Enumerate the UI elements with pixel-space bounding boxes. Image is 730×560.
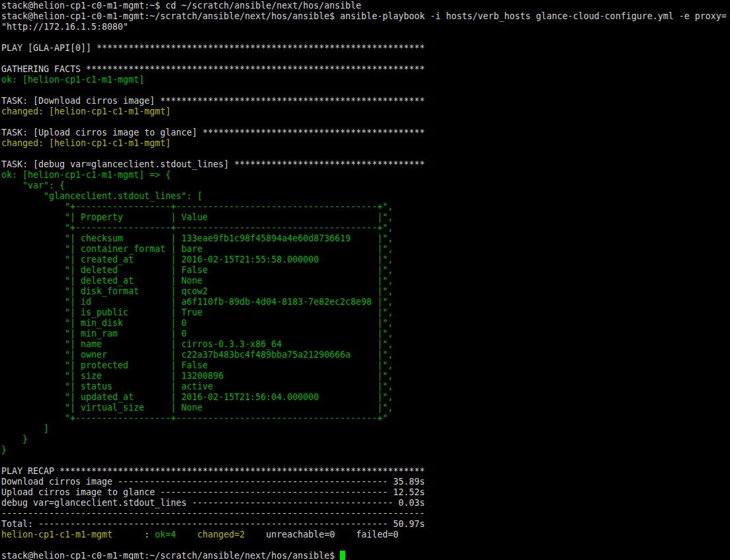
terminal-line: "+------------------+-------------------…: [1, 202, 730, 212]
text-segment: ----------------------------------------…: [1, 508, 425, 518]
text-segment: PLAY [GLA-API[0]] **********************…: [1, 43, 425, 53]
terminal-line: "| status | active |",: [1, 381, 730, 392]
text-segment: "http://172.16.1.5:8080": [1, 22, 128, 32]
terminal-line: "| owner | c22a37b483bc4f489bba75a212906…: [1, 350, 730, 360]
terminal-line: "| name | cirros-0.3.3-x86_64 |",: [1, 339, 730, 350]
text-segment: "| updated_at | 2016-02-15T21:56:04.0000…: [1, 392, 393, 402]
terminal-line: "| Property | Value |",: [1, 212, 730, 223]
terminal-line: }: [1, 445, 730, 456]
terminal-line: "| deleted | False |",: [1, 265, 730, 276]
terminal-line: "| is_public | True |",: [1, 307, 730, 318]
terminal-line: PLAY [GLA-API[0]] **********************…: [1, 43, 730, 54]
text-segment: Download cirros image ------------------…: [1, 477, 425, 487]
terminal-line: [1, 456, 730, 466]
terminal-line: "http://172.16.1.5:8080": [1, 22, 730, 32]
text-segment: helion-cp1-c1-m1-mgmt: [1, 530, 112, 540]
terminal-line: "| checksum | 133eae9fb1c98f45894a4e60d8…: [1, 233, 730, 244]
text-segment: "| min_ram | 0 |",: [1, 329, 393, 339]
terminal-line: "var": {: [1, 180, 730, 191]
text-segment: debug var=glanceclient.stdout_lines ----…: [1, 498, 425, 508]
terminal[interactable]: stack@helion-cp1-c0-m1-mgmt:~$ cd ~/scra…: [0, 0, 730, 560]
text-segment: ok=4: [155, 530, 176, 540]
terminal-line: ok: [helion-cp1-c1-m1-mgmt]: [1, 75, 730, 85]
text-segment: PLAY RECAP *****************************…: [1, 466, 425, 476]
terminal-line: [1, 85, 730, 96]
text-segment: "| protected | False |",: [1, 360, 393, 370]
terminal-cursor: [340, 551, 345, 560]
terminal-line: GATHERING FACTS ************************…: [1, 64, 730, 75]
text-segment: "| owner | c22a37b483bc4f489bba75a212906…: [1, 350, 393, 360]
text-segment: "+------------------+-------------------…: [1, 223, 393, 233]
text-segment: "| is_public | True |",: [1, 307, 393, 317]
text-segment: }: [1, 434, 28, 444]
terminal-line: debug var=glanceclient.stdout_lines ----…: [1, 498, 730, 508]
terminal-line: "| container_format | bare |",: [1, 244, 730, 255]
terminal-line: [1, 54, 730, 64]
terminal-line: "| min_ram | 0 |",: [1, 329, 730, 339]
text-segment: unreachable=0 failed=0: [245, 530, 398, 540]
terminal-line: "| id | a6f110fb-89db-4d04-8183-7e82ec2c…: [1, 297, 730, 307]
terminal-line: "| min_disk | 0 |",: [1, 318, 730, 329]
text-segment: "| name | cirros-0.3.3-x86_64 |",: [1, 339, 393, 349]
terminal-line: stack@helion-cp1-c0-m1-mgmt:~$ cd ~/scra…: [1, 1, 730, 11]
text-segment: "| size | 13200896 |",: [1, 371, 393, 381]
terminal-line: }: [1, 434, 730, 445]
text-segment: changed: [helion-cp1-c1-m1-mgmt]: [1, 106, 171, 116]
terminal-line: "| deleted_at | None |",: [1, 276, 730, 286]
text-segment: changed: [helion-cp1-c1-m1-mgmt]: [1, 138, 171, 148]
text-segment: "+------------------+-------------------…: [1, 413, 387, 423]
terminal-line: [1, 117, 730, 128]
terminal-line: "+------------------+-------------------…: [1, 223, 730, 233]
text-segment: GATHERING FACTS ************************…: [1, 64, 425, 74]
text-segment: ]: [1, 424, 49, 434]
text-segment: ok: [helion-cp1-c1-m1-mgmt]: [1, 75, 144, 85]
text-segment: "| created_at | 2016-02-15T21:55:58.0000…: [1, 255, 393, 264]
terminal-line: [1, 149, 730, 159]
text-segment: "| Property | Value |",: [1, 212, 393, 222]
text-segment: ok: [helion-cp1-c1-m1-mgmt] => {: [1, 170, 171, 180]
terminal-line: "| created_at | 2016-02-15T21:55:58.0000…: [1, 255, 730, 265]
text-segment: Upload cirros image to glance ----------…: [1, 487, 425, 497]
terminal-line: "| virtual_size | None |",: [1, 403, 730, 413]
text-segment: }: [1, 445, 7, 455]
terminal-line: ]: [1, 424, 730, 434]
text-segment: "| deleted | False |",: [1, 265, 393, 275]
text-segment: changed=2: [197, 530, 245, 540]
text-segment: TASK: [Upload cirros image to glance] **…: [1, 128, 425, 138]
terminal-line: Total: ---------------------------------…: [1, 519, 730, 530]
text-segment: "| status | active |",: [1, 381, 393, 391]
text-segment: "var": {: [1, 180, 65, 190]
terminal-line: "| disk_format | qcow2 |",: [1, 286, 730, 297]
terminal-line: "| size | 13200896 |",: [1, 371, 730, 381]
text-segment: "| container_format | bare |",: [1, 244, 393, 254]
text-segment: stack@helion-cp1-c0-m1-mgmt:~/scratch/an…: [1, 551, 340, 560]
text-segment: stack@helion-cp1-c0-m1-mgmt:~/scratch/an…: [1, 11, 727, 21]
text-segment: [176, 530, 197, 540]
text-segment: "| disk_format | qcow2 |",: [1, 286, 393, 296]
terminal-line: "| updated_at | 2016-02-15T21:56:04.0000…: [1, 392, 730, 403]
terminal-line: ----------------------------------------…: [1, 508, 730, 519]
terminal-line: [1, 540, 730, 551]
text-segment: :: [112, 530, 155, 540]
terminal-line: TASK: [Download cirros image] **********…: [1, 96, 730, 106]
text-segment: "| min_disk | 0 |",: [1, 318, 393, 328]
text-segment: "| id | a6f110fb-89db-4d04-8183-7e82ec2c…: [1, 297, 393, 307]
terminal-line: stack@helion-cp1-c0-m1-mgmt:~/scratch/an…: [1, 11, 730, 22]
terminal-line: PLAY RECAP *****************************…: [1, 466, 730, 477]
terminal-line: Download cirros image ------------------…: [1, 477, 730, 487]
text-segment: TASK: [Download cirros image] **********…: [1, 96, 425, 106]
text-segment: "glanceclient.stdout_lines": [: [1, 191, 202, 201]
text-segment: "| checksum | 133eae9fb1c98f45894a4e60d8…: [1, 233, 393, 243]
text-segment: "| virtual_size | None |",: [1, 403, 393, 413]
terminal-line: "| protected | False |",: [1, 360, 730, 371]
text-segment: "| deleted_at | None |",: [1, 276, 393, 286]
terminal-line: "+------------------+-------------------…: [1, 413, 730, 424]
terminal-line: changed: [helion-cp1-c1-m1-mgmt]: [1, 138, 730, 149]
terminal-line: helion-cp1-c1-m1-mgmt : ok=4 changed=2 u…: [1, 530, 730, 540]
terminal-line: Upload cirros image to glance ----------…: [1, 487, 730, 498]
text-segment: Total: ---------------------------------…: [1, 519, 425, 529]
terminal-line: [1, 32, 730, 43]
terminal-line: ok: [helion-cp1-c1-m1-mgmt] => {: [1, 170, 730, 180]
terminal-line: stack@helion-cp1-c0-m1-mgmt:~/scratch/an…: [1, 551, 730, 560]
terminal-line: "glanceclient.stdout_lines": [: [1, 191, 730, 202]
